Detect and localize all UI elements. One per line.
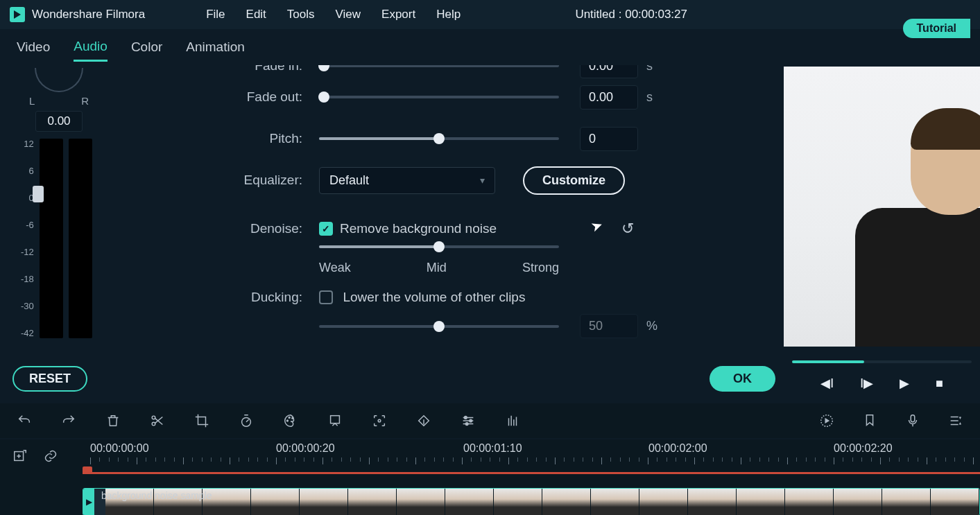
balance-left-label: L <box>29 95 35 107</box>
ducking-value[interactable]: 50 <box>580 314 638 338</box>
volume-meter-left[interactable] <box>40 139 63 338</box>
svg-point-4 <box>289 417 290 419</box>
reset-button[interactable]: RESET <box>12 366 87 392</box>
preview-panel: ◀Ⅰ Ⅰ▶ ▶ ■ <box>784 65 980 401</box>
balance-knob[interactable] <box>35 68 83 92</box>
track-header[interactable] <box>0 474 83 515</box>
volume-slider-thumb[interactable] <box>33 186 44 202</box>
menu-export[interactable]: Export <box>381 8 415 21</box>
green-screen-button[interactable] <box>327 413 343 428</box>
filmora-logo-icon <box>10 7 25 22</box>
stop-button[interactable]: ■ <box>936 376 943 391</box>
denoise-checkbox-label: Remove background noise <box>340 221 497 236</box>
menu-edit[interactable]: Edit <box>246 8 266 21</box>
tab-video[interactable]: Video <box>17 34 50 60</box>
meter-tick: 12 <box>21 139 34 149</box>
svg-point-2 <box>242 417 251 426</box>
pitch-slider[interactable] <box>319 137 559 140</box>
motion-tracking-button[interactable] <box>372 413 387 428</box>
denoise-checkbox[interactable] <box>319 222 333 236</box>
timecode: 00:00:00:00 <box>90 442 149 455</box>
tutorial-button[interactable]: Tutorial <box>903 19 970 38</box>
property-tabs: Video Audio Color Animation <box>0 29 980 65</box>
ducking-label: Ducking: <box>118 290 319 305</box>
balance-value-field[interactable]: 0.00 <box>35 111 83 132</box>
adjust-button[interactable] <box>461 413 476 428</box>
ok-button[interactable]: OK <box>710 366 775 392</box>
pitch-value[interactable]: 0 <box>580 127 638 151</box>
tab-audio[interactable]: Audio <box>74 33 108 62</box>
svg-point-5 <box>292 417 293 419</box>
equalizer-customize-button[interactable]: Customize <box>523 166 625 195</box>
left-meter-panel: L R 0.00 12 6 0 -6 -12 -18 -30 -42 <box>0 65 118 401</box>
delete-button[interactable] <box>105 413 121 428</box>
equalizer-selected: Default <box>329 173 369 188</box>
audio-mixer-button[interactable] <box>505 413 520 428</box>
timecode: 00:00:01:10 <box>463 442 522 455</box>
menu-help[interactable]: Help <box>436 8 461 21</box>
ducking-slider[interactable] <box>319 325 559 328</box>
preview-progress[interactable] <box>792 360 972 363</box>
tab-color[interactable]: Color <box>131 34 162 60</box>
ducking-checkbox[interactable] <box>319 290 333 304</box>
svg-point-7 <box>378 419 381 422</box>
color-button[interactable] <box>283 413 298 428</box>
meter-tick: -18 <box>21 274 34 284</box>
chevron-down-icon: ▾ <box>480 175 485 186</box>
track-options-button[interactable] <box>948 413 963 428</box>
balance-right-label: R <box>81 95 89 107</box>
svg-point-9 <box>470 419 472 422</box>
equalizer-dropdown[interactable]: Default ▾ <box>319 167 495 194</box>
marker-button[interactable] <box>862 413 877 428</box>
crop-button[interactable] <box>194 413 209 428</box>
clip-thumbnails <box>105 489 979 515</box>
fade-in-slider[interactable] <box>319 65 559 67</box>
keyframe-button[interactable] <box>416 413 431 428</box>
transport-controls: ◀Ⅰ Ⅰ▶ ▶ ■ <box>784 363 980 401</box>
fade-in-value[interactable]: 0.00 <box>580 65 638 78</box>
timecode: 00:00:00:20 <box>276 442 335 455</box>
timeline-tracks: ▶ background noise sample <box>0 474 980 515</box>
denoise-strong-label: Strong <box>522 261 559 275</box>
speed-button[interactable] <box>239 413 254 428</box>
redo-button[interactable] <box>61 413 76 428</box>
app-name: Wondershare Filmora <box>32 8 145 21</box>
split-button[interactable] <box>150 413 165 428</box>
meter-tick: -42 <box>21 328 34 338</box>
pitch-label: Pitch: <box>118 131 319 146</box>
render-preview-button[interactable] <box>819 413 834 428</box>
meter-tick: -12 <box>21 247 34 257</box>
denoise-slider[interactable] <box>319 245 559 248</box>
menu-file[interactable]: File <box>206 8 225 21</box>
next-frame-button[interactable]: Ⅰ▶ <box>860 376 873 391</box>
fade-out-slider[interactable] <box>319 96 559 98</box>
menu-view[interactable]: View <box>336 8 361 21</box>
voiceover-button[interactable] <box>905 413 920 428</box>
menu-tools[interactable]: Tools <box>287 8 315 21</box>
fade-out-unit: s <box>646 90 653 105</box>
timeline-ruler[interactable]: 00:00:00:00 00:00:00:20 00:00:01:10 00:0… <box>83 439 980 474</box>
preview-viewport[interactable] <box>784 67 980 347</box>
timecode: 00:00:02:00 <box>648 442 707 455</box>
fade-out-value[interactable]: 0.00 <box>580 85 638 110</box>
svg-point-8 <box>465 417 467 419</box>
app-logo: Wondershare Filmora <box>10 7 145 22</box>
menubar: Wondershare Filmora File Edit Tools View… <box>0 0 980 29</box>
link-button[interactable] <box>43 448 58 466</box>
play-button[interactable]: ▶ <box>900 376 909 391</box>
panel-footer: RESET OK <box>12 366 775 392</box>
project-title: Untitled : 00:00:03:27 <box>575 8 687 21</box>
denoise-mid-label: Mid <box>427 261 447 275</box>
prev-frame-button[interactable]: ◀Ⅰ <box>820 376 834 391</box>
equalizer-label: Equalizer: <box>118 173 319 188</box>
preview-person <box>855 111 980 347</box>
audio-properties-panel: Fade in: 0.00 s Fade out: 0.00 s Pitch: … <box>118 65 784 401</box>
fade-in-unit: s <box>646 65 653 73</box>
video-clip[interactable]: ▶ background noise sample <box>83 488 980 515</box>
clip-handle-left[interactable]: ▶ <box>83 489 94 515</box>
add-track-button[interactable] <box>12 448 28 466</box>
ducking-checkbox-label: Lower the volume of other clips <box>343 290 525 304</box>
tab-animation[interactable]: Animation <box>186 34 245 60</box>
denoise-reset-icon[interactable]: ↺ <box>621 220 634 238</box>
undo-button[interactable] <box>17 413 32 428</box>
